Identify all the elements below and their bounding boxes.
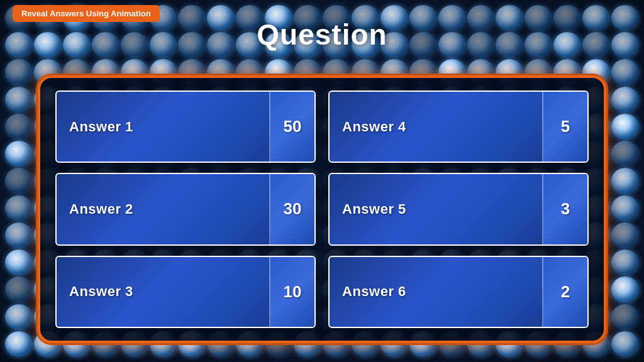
- answer-label-5: Answer 5: [330, 174, 542, 244]
- answer-score-2: 30: [269, 174, 314, 244]
- light-dot: [5, 222, 33, 248]
- light-dot: [611, 59, 639, 85]
- light-dot: [5, 114, 33, 140]
- light-dot: [611, 114, 639, 140]
- light-dot: [611, 304, 639, 330]
- light-dot: [5, 59, 33, 85]
- answer-score-5: 3: [542, 174, 587, 244]
- answer-score-4: 5: [542, 92, 587, 162]
- answer-row-5: Answer 53: [328, 173, 589, 245]
- answer-label-2: Answer 2: [57, 174, 269, 244]
- light-dot: [611, 195, 639, 221]
- answer-label-1: Answer 1: [57, 92, 269, 162]
- answer-row-6: Answer 62: [328, 256, 589, 328]
- light-dot: [611, 141, 639, 167]
- answers-board: Answer 150Answer 45Answer 230Answer 53An…: [38, 75, 606, 343]
- light-dot: [5, 250, 33, 275]
- answer-label-6: Answer 6: [330, 257, 542, 327]
- answer-row-4: Answer 45: [328, 90, 589, 163]
- light-dot: [611, 250, 639, 275]
- light-dot: [5, 331, 33, 357]
- answer-score-3: 10: [269, 257, 314, 327]
- answer-label-4: Answer 4: [330, 92, 542, 162]
- light-dot: [5, 168, 33, 194]
- answer-score-1: 50: [269, 92, 314, 162]
- light-dot: [5, 304, 33, 330]
- light-dot: [5, 195, 33, 221]
- answer-row-3: Answer 310: [55, 256, 316, 328]
- answer-label-3: Answer 3: [57, 257, 269, 327]
- light-dot: [5, 87, 33, 112]
- answer-row-1: Answer 150: [55, 90, 316, 163]
- light-dot: [611, 222, 639, 248]
- light-dot: [5, 141, 33, 167]
- light-dot: [611, 87, 639, 112]
- light-dot: [611, 277, 639, 302]
- answer-score-6: 2: [542, 257, 587, 327]
- answer-row-2: Answer 230: [55, 173, 316, 245]
- light-dot: [611, 331, 639, 357]
- light-dot: [5, 277, 33, 302]
- page-title: Question: [0, 18, 644, 52]
- light-dot: [611, 168, 639, 194]
